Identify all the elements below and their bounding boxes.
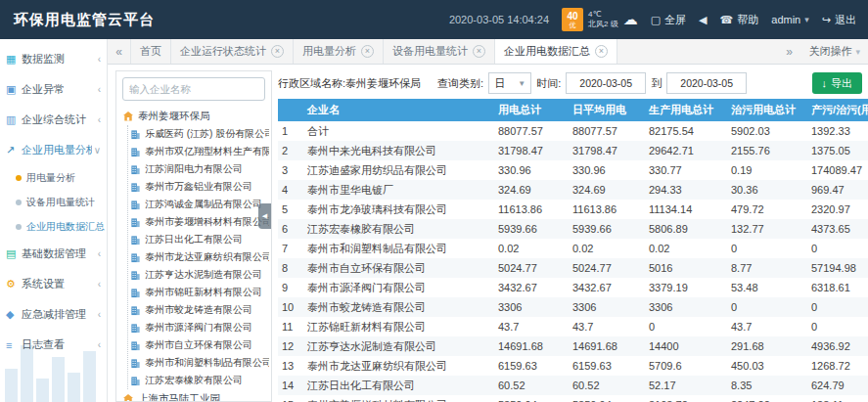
- user-menu[interactable]: admin ▾: [771, 14, 809, 25]
- sidebar-item[interactable]: ▤基础数据管理‹: [0, 239, 107, 269]
- row-index: 11: [278, 317, 303, 336]
- company-name: 合计: [303, 121, 494, 141]
- tabs-scroll-right-icon[interactable]: »: [777, 45, 800, 59]
- column-header: 产污/治污(用: [807, 99, 868, 121]
- query-type-select[interactable]: 日 ▼: [488, 72, 531, 94]
- tree-root-node[interactable]: 上海市马陆工业园: [118, 389, 269, 402]
- sidebar-item[interactable]: ▦数据监测‹: [0, 44, 107, 74]
- value-cell: 14691.68: [494, 336, 569, 356]
- tree-node[interactable]: 泰州市和润塑料制品有限公司: [130, 354, 269, 372]
- tree-node[interactable]: 乐威医药 (江苏) 股份有限公司: [130, 125, 269, 143]
- org-icon: [122, 393, 134, 402]
- tree-node[interactable]: 江苏亨达水泥制造有限公司: [130, 266, 269, 284]
- row-index: 7: [278, 239, 303, 258]
- sidebar-item[interactable]: ◆应急减排管理‹: [0, 299, 107, 330]
- tab[interactable]: 首页: [131, 39, 171, 64]
- value-cell: 3103.72: [645, 395, 727, 402]
- table-row[interactable]: 11江苏锦旺新材料有限公司43.743.7043.70: [278, 317, 868, 336]
- search-input[interactable]: [122, 77, 265, 101]
- sidebar-item[interactable]: ≡日志查看‹: [0, 330, 107, 360]
- tree-node[interactable]: 泰州市蛟龙铸造有限公司: [130, 301, 269, 319]
- tree-node[interactable]: 泰州市万鑫铝业有限公司: [130, 178, 269, 196]
- tab[interactable]: 企业用电数据汇总×: [495, 39, 617, 64]
- tree-node[interactable]: 泰州市姜堰增科材料有限公司: [130, 213, 269, 231]
- value-cell: 291.68: [727, 336, 807, 356]
- sidebar-item[interactable]: ↗企业用电量分析∨: [0, 135, 107, 165]
- value-cell: 6159.63: [569, 356, 645, 376]
- table-row[interactable]: 5泰州市龙净玻璃科技有限公司11613.8611613.8611134.1447…: [278, 200, 868, 219]
- fullscreen-button[interactable]: ▢ 全屏: [651, 13, 686, 27]
- tree-node-label: 泰州市万鑫铝业有限公司: [145, 180, 252, 194]
- table-row[interactable]: 10泰州市蛟龙铸造有限公司33063306330600: [278, 297, 868, 317]
- value-cell: 5024.77: [569, 258, 645, 278]
- sidebar-subitem[interactable]: 用电量分析: [0, 165, 107, 190]
- sidebar-subitem[interactable]: 设备用电量统计: [0, 190, 107, 214]
- tree-node[interactable]: 江苏鸿诚金属制品有限公司: [130, 196, 269, 213]
- logout-button[interactable]: ↪ 退出: [822, 13, 856, 27]
- value-cell: 0: [727, 239, 807, 258]
- collapse-panel-handle[interactable]: ◀: [258, 203, 271, 229]
- value-cell: 8.35: [727, 376, 807, 395]
- table-row[interactable]: 13泰州市龙达亚麻纺织有限公司6159.636159.635709.6450.0…: [278, 356, 868, 376]
- building-icon: [130, 129, 141, 140]
- export-label: 导出: [831, 76, 852, 91]
- table-row[interactable]: 7泰州市和润塑料制品有限公司0.020.020.0200: [278, 239, 868, 258]
- tree-node[interactable]: 江苏日出化工有限公司: [130, 231, 269, 248]
- close-icon[interactable]: ×: [361, 45, 374, 58]
- sidebar-item[interactable]: ▣企业异常‹: [0, 74, 107, 105]
- date-from-input[interactable]: [566, 72, 646, 94]
- value-cell: 11613.86: [494, 200, 569, 219]
- tabs-scroll-left-icon[interactable]: «: [108, 39, 131, 64]
- table-row[interactable]: 12江苏亨达水泥制造有限公司14691.6814691.6814400291.6…: [278, 336, 868, 356]
- help-button[interactable]: ☎ 帮助: [720, 13, 759, 27]
- tree-children: 乐威医药 (江苏) 股份有限公司泰州市双亿翔型材料生产有限公司江苏润阳电力有限公…: [127, 125, 269, 389]
- bullet-icon: [16, 224, 22, 230]
- building-icon: [130, 288, 141, 298]
- tree-node-label: 泰州市自立环保有限公司: [145, 338, 252, 352]
- date-to-input[interactable]: [666, 72, 747, 94]
- company-name: 泰州市和润塑料制品有限公司: [303, 239, 494, 258]
- tab[interactable]: 企业运行状态统计×: [171, 39, 294, 64]
- company-name: 江苏亨达水泥制造有限公司: [303, 336, 494, 356]
- tree-node[interactable]: 泰州市源泽阀门有限公司: [130, 319, 269, 336]
- tab[interactable]: 设备用电量统计×: [384, 39, 495, 64]
- table-row[interactable]: 6江苏宏泰橡胶有限公司5939.665939.665806.89132.7743…: [278, 219, 868, 239]
- table-row[interactable]: 14江苏日出化工有限公司60.5260.5252.178.35624.79: [278, 376, 868, 395]
- column-header: 企业名: [303, 99, 494, 121]
- sidebar-item[interactable]: ⚙系统设置‹: [0, 269, 107, 299]
- tree-node[interactable]: 泰州市龙达亚麻纺织有限公司: [130, 248, 269, 266]
- sidebar-item-label: 企业用电量分析: [22, 143, 92, 157]
- header-collapse-arrow-icon[interactable]: ◀: [699, 14, 707, 26]
- column-header: 日平均用电: [569, 99, 645, 121]
- value-cell: 5709.6: [645, 356, 727, 376]
- close-operations-menu[interactable]: 关闭操作 ▾: [808, 44, 860, 59]
- tree-node[interactable]: 泰州市自立环保有限公司: [130, 336, 269, 354]
- value-cell: 0: [807, 297, 868, 317]
- sidebar-subitem-label: 设备用电量统计: [26, 196, 95, 209]
- value-cell: 2247.22: [727, 395, 807, 402]
- tree-node[interactable]: 江苏宏泰橡胶有限公司: [130, 372, 269, 389]
- export-button[interactable]: ↓ 导出: [812, 72, 863, 94]
- value-cell: 3306: [645, 297, 727, 317]
- tree-root-node[interactable]: 泰州姜堰环保局: [118, 107, 269, 125]
- column-header: 治污用电总计: [727, 99, 807, 121]
- close-icon[interactable]: ×: [595, 45, 608, 58]
- tab[interactable]: 用电量分析×: [294, 39, 384, 64]
- sidebar-subitem[interactable]: 企业用电数据汇总: [0, 214, 107, 239]
- table-row[interactable]: 8泰州市自立环保有限公司5024.775024.7750168.7757194.…: [278, 258, 868, 278]
- table-row[interactable]: 15泰州市姜堰增科材料有限公司5350.945350.943103.722247…: [278, 395, 868, 402]
- value-cell: 5902.03: [727, 121, 807, 141]
- close-icon[interactable]: ×: [271, 45, 284, 58]
- sidebar-item[interactable]: ▥企业综合统计‹: [0, 105, 107, 135]
- tree-node[interactable]: 泰州市双亿翔型材料生产有限公司: [130, 143, 269, 160]
- building-icon: [130, 323, 141, 334]
- close-icon[interactable]: ×: [473, 45, 485, 58]
- tree-node[interactable]: 江苏润阳电力有限公司: [130, 160, 269, 178]
- table-row[interactable]: 2泰州中来光电科技有限公司31798.4731798.4729642.71215…: [278, 141, 868, 160]
- table-row[interactable]: 3江苏迪盛家用纺织品有限公司330.96330.96330.770.191740…: [278, 160, 868, 180]
- table-row[interactable]: 1合计88077.5788077.5782175.545902.031392.3…: [278, 121, 868, 141]
- table-row[interactable]: 9泰州市源泽阀门有限公司3432.673432.673379.1953.4863…: [278, 278, 868, 297]
- tree-node[interactable]: 泰州市锦旺新材料有限公司: [130, 284, 269, 301]
- weather-text: 4℃ 北风2 级: [588, 10, 618, 29]
- table-row[interactable]: 4泰州市里华电镀厂324.69324.69294.3330.36969.47: [278, 180, 868, 200]
